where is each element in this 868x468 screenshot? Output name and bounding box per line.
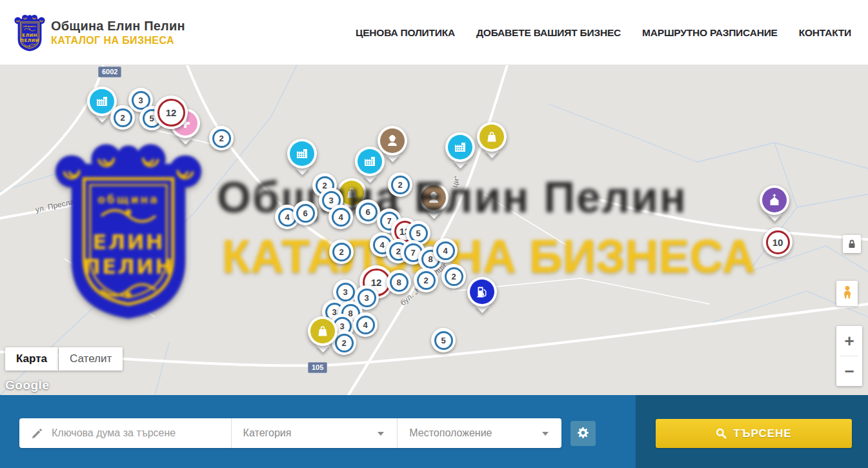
cluster-ring: 2 <box>114 108 132 127</box>
church-pin[interactable] <box>760 185 789 215</box>
cluster-ring: 12 <box>157 99 185 127</box>
cluster-count: 4 <box>363 320 367 330</box>
cluster-count: 5 <box>149 114 154 123</box>
cluster-marker[interactable]: 2 <box>388 172 412 197</box>
cluster-marker[interactable]: 12 <box>154 96 188 129</box>
cluster-count: 4 <box>379 240 384 250</box>
pin-disc <box>421 185 446 210</box>
map-type-control: Карта Сателит <box>5 347 123 371</box>
pencil-icon <box>31 427 43 440</box>
cluster-marker[interactable]: 10 <box>763 227 792 257</box>
cluster-count: 2 <box>396 247 400 256</box>
cluster-count: 4 <box>338 212 343 222</box>
location-dropdown[interactable]: Местоположение <box>398 418 561 448</box>
factory-pin[interactable] <box>355 147 385 176</box>
cluster-count: 3 <box>328 196 333 205</box>
cluster-count: 6 <box>365 207 370 217</box>
cluster-marker[interactable]: 4 <box>328 205 353 229</box>
bag-icon <box>484 129 500 145</box>
cluster-marker[interactable]: 2 <box>441 264 466 289</box>
road-number-badge: 105 <box>308 362 327 373</box>
cluster-ring: 4 <box>332 208 350 227</box>
cluster-ring: 2 <box>445 267 463 286</box>
cluster-ring: 2 <box>417 271 436 290</box>
lock-icon <box>846 238 858 250</box>
cluster-ring: 3 <box>336 283 355 301</box>
cluster-marker[interactable]: 2 <box>209 126 234 150</box>
cluster-count: 5 <box>441 336 445 345</box>
google-logo[interactable]: Google <box>5 378 49 392</box>
bag-pin[interactable] <box>308 316 338 346</box>
cluster-count: 12 <box>166 107 177 118</box>
pin-disc <box>290 141 314 166</box>
map-type-map-button[interactable]: Карта <box>5 347 58 371</box>
cluster-ring: 8 <box>390 273 409 292</box>
pin-disc <box>479 125 504 149</box>
nav-item-route-schedule[interactable]: МАРШРУТНО РАЗПИСАНИЕ <box>642 27 778 39</box>
municipality-crest-icon <box>14 13 45 52</box>
cluster-ring: 10 <box>766 230 790 254</box>
cluster-marker[interactable]: 5 <box>431 328 456 352</box>
factory-pin[interactable] <box>287 139 317 168</box>
cluster-count: 8 <box>428 254 432 264</box>
category-dropdown-label: Категория <box>243 427 292 439</box>
zoom-in-button[interactable]: + <box>836 326 862 356</box>
worker-pin[interactable] <box>419 183 449 212</box>
road-number-badge: 6002 <box>98 66 121 77</box>
chevron-down-icon <box>378 432 384 436</box>
cluster-marker[interactable]: 2 <box>110 105 135 130</box>
cluster-marker[interactable]: 6 <box>293 201 318 225</box>
pin-disc <box>90 89 114 114</box>
site-logo[interactable]: Община Елин Пелин КАТАЛОГ НА БИЗНЕСА <box>14 13 185 52</box>
search-icon <box>716 428 727 439</box>
advanced-search-button[interactable] <box>570 421 596 446</box>
cluster-ring: 4 <box>356 316 375 334</box>
nav-item-pricing[interactable]: ЦЕНОВА ПОЛИТИКА <box>356 27 455 39</box>
cluster-marker[interactable]: 4 <box>353 312 378 337</box>
cluster-marker[interactable]: 8 <box>387 270 411 294</box>
gear-icon <box>576 427 590 440</box>
search-submit-label: ТЪРСЕНЕ <box>733 427 791 440</box>
keyword-search-input[interactable] <box>52 427 213 439</box>
bag-pin[interactable] <box>477 122 507 152</box>
cluster-count: 3 <box>339 321 344 331</box>
fuel-pin[interactable] <box>467 277 497 307</box>
cluster-count: 2 <box>341 338 346 348</box>
factory-icon <box>452 139 468 155</box>
map-type-satellite-button[interactable]: Сателит <box>59 347 123 371</box>
cluster-count: 2 <box>219 134 223 143</box>
pin-disc <box>448 135 472 159</box>
pin-disc <box>358 149 382 174</box>
worker-icon <box>385 133 400 148</box>
cluster-count: 2 <box>120 113 125 123</box>
category-dropdown[interactable]: Категория <box>232 418 398 448</box>
search-submit-button[interactable]: ТЪРСЕНЕ <box>656 419 852 448</box>
cluster-marker[interactable]: 4 <box>433 238 458 263</box>
cluster-ring: 2 <box>332 243 351 261</box>
nav-item-contacts[interactable]: КОНТАКТИ <box>799 27 851 39</box>
site-tagline: КАТАЛОГ НА БИЗНЕСА <box>51 35 185 46</box>
cluster-ring: 4 <box>436 241 455 260</box>
cluster-ring: 2 <box>212 129 231 148</box>
worker-icon <box>426 190 441 205</box>
cluster-marker[interactable]: 2 <box>414 268 438 292</box>
cluster-count: 2 <box>398 180 402 190</box>
cluster-marker[interactable]: 2 <box>329 239 354 264</box>
cluster-count: 8 <box>396 278 401 287</box>
lock-button[interactable] <box>843 235 861 253</box>
cluster-count: 2 <box>339 247 343 257</box>
zoom-out-button[interactable]: − <box>836 356 862 386</box>
factory-pin[interactable] <box>445 132 475 162</box>
cluster-count: 10 <box>772 237 783 248</box>
church-icon <box>767 192 782 208</box>
pin-disc <box>470 280 494 304</box>
pegman-button[interactable] <box>836 281 858 306</box>
cluster-count: 4 <box>443 246 447 256</box>
header: Община Елин Пелин КАТАЛОГ НА БИЗНЕСА ЦЕН… <box>0 0 868 65</box>
chevron-down-icon <box>542 432 549 436</box>
nav-item-add-business[interactable]: ДОБАВЕТЕ ВАШИЯТ БИЗНЕС <box>476 27 621 39</box>
cluster-count: 7 <box>410 248 415 258</box>
cluster-count: 4 <box>285 212 289 222</box>
page: община ЕЛИН ПЕЛИН <box>0 0 868 468</box>
cluster-count: 12 <box>371 277 382 288</box>
